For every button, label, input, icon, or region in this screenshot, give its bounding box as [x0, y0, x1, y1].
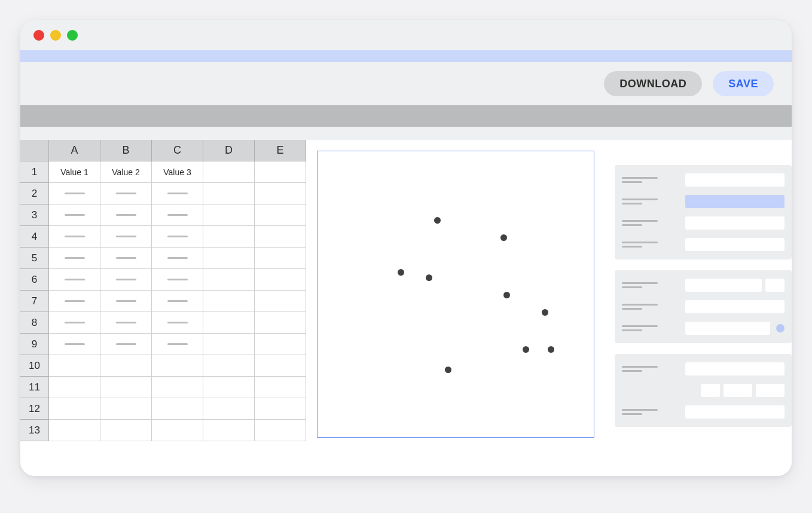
cell[interactable]	[100, 183, 152, 204]
column-header[interactable]: D	[203, 140, 255, 161]
window-close-button[interactable]	[33, 30, 44, 41]
cell[interactable]	[203, 269, 255, 291]
property-input[interactable]	[724, 384, 752, 397]
cell[interactable]	[100, 377, 152, 398]
cell[interactable]	[100, 269, 152, 291]
cell[interactable]	[203, 291, 255, 312]
cell[interactable]	[203, 204, 255, 226]
cell[interactable]	[49, 398, 100, 420]
property-input[interactable]	[756, 384, 784, 397]
cell[interactable]	[100, 355, 152, 377]
cell[interactable]	[49, 291, 100, 312]
cell[interactable]	[203, 248, 255, 269]
property-slider-track[interactable]	[685, 322, 770, 335]
save-button[interactable]: SAVE	[713, 71, 774, 96]
row-header[interactable]: 2	[20, 183, 49, 204]
scatter-chart[interactable]	[317, 151, 594, 438]
cell[interactable]	[100, 204, 152, 226]
cell[interactable]	[100, 291, 152, 312]
cell[interactable]	[152, 334, 203, 355]
cell[interactable]	[152, 226, 203, 248]
cell[interactable]: Value 3	[152, 161, 203, 183]
cell[interactable]	[203, 377, 255, 398]
row-header[interactable]: 8	[20, 312, 49, 334]
download-button[interactable]: DOWNLOAD	[604, 71, 702, 96]
cell[interactable]	[152, 248, 203, 269]
row-header[interactable]: 5	[20, 248, 49, 269]
row-header[interactable]: 6	[20, 269, 49, 291]
cell[interactable]	[100, 226, 152, 248]
cell[interactable]	[152, 183, 203, 204]
cell[interactable]	[255, 183, 306, 204]
cell[interactable]	[203, 312, 255, 334]
cell[interactable]	[100, 334, 152, 355]
row-header[interactable]: 9	[20, 334, 49, 355]
column-header[interactable]: A	[49, 140, 100, 161]
cell[interactable]	[203, 334, 255, 355]
cell[interactable]	[49, 420, 100, 441]
window-maximize-button[interactable]	[67, 30, 78, 41]
cell[interactable]	[152, 312, 203, 334]
property-input[interactable]	[685, 300, 784, 313]
property-input[interactable]	[685, 173, 784, 187]
property-input[interactable]	[685, 279, 762, 292]
cell[interactable]	[100, 420, 152, 441]
cell[interactable]	[152, 269, 203, 291]
row-header[interactable]: 10	[20, 355, 49, 377]
cell[interactable]	[152, 420, 203, 441]
row-header[interactable]: 1	[20, 161, 49, 183]
cell[interactable]	[203, 161, 255, 183]
cell[interactable]	[255, 398, 306, 420]
window-minimize-button[interactable]	[50, 30, 61, 41]
cell[interactable]	[152, 355, 203, 377]
cell[interactable]	[152, 377, 203, 398]
property-stepper[interactable]	[765, 279, 784, 292]
cell[interactable]	[255, 355, 306, 377]
cell[interactable]	[49, 183, 100, 204]
cell[interactable]	[100, 248, 152, 269]
select-all-corner[interactable]	[20, 140, 49, 161]
row-header[interactable]: 3	[20, 204, 49, 226]
cell[interactable]	[255, 377, 306, 398]
property-input[interactable]	[685, 405, 784, 419]
cell[interactable]	[152, 204, 203, 226]
cell[interactable]	[152, 398, 203, 420]
cell[interactable]	[49, 334, 100, 355]
cell[interactable]	[255, 420, 306, 441]
row-header[interactable]: 4	[20, 226, 49, 248]
property-input[interactable]	[685, 216, 784, 230]
column-header[interactable]: B	[100, 140, 152, 161]
cell[interactable]	[203, 355, 255, 377]
cell[interactable]	[255, 248, 306, 269]
cell[interactable]	[49, 204, 100, 226]
color-swatch[interactable]	[701, 384, 720, 397]
cell[interactable]	[255, 204, 306, 226]
property-input[interactable]	[685, 362, 784, 375]
cell[interactable]	[49, 355, 100, 377]
cell[interactable]	[255, 312, 306, 334]
cell[interactable]: Value 2	[100, 161, 152, 183]
cell[interactable]	[255, 161, 306, 183]
column-header[interactable]: E	[255, 140, 306, 161]
cell[interactable]	[49, 248, 100, 269]
column-header[interactable]: C	[152, 140, 203, 161]
cell[interactable]	[255, 226, 306, 248]
row-header[interactable]: 12	[20, 398, 49, 420]
cell[interactable]	[152, 291, 203, 312]
cell[interactable]	[49, 377, 100, 398]
cell[interactable]	[100, 312, 152, 334]
property-input[interactable]	[685, 238, 784, 251]
cell[interactable]	[255, 291, 306, 312]
cell[interactable]	[203, 226, 255, 248]
cell[interactable]	[49, 312, 100, 334]
cell[interactable]	[49, 269, 100, 291]
row-header[interactable]: 7	[20, 291, 49, 312]
cell[interactable]	[100, 398, 152, 420]
cell[interactable]: Value 1	[49, 161, 100, 183]
cell[interactable]	[255, 334, 306, 355]
cell[interactable]	[203, 183, 255, 204]
cell[interactable]	[255, 269, 306, 291]
cell[interactable]	[203, 420, 255, 441]
row-header[interactable]: 13	[20, 420, 49, 441]
cell[interactable]	[203, 398, 255, 420]
